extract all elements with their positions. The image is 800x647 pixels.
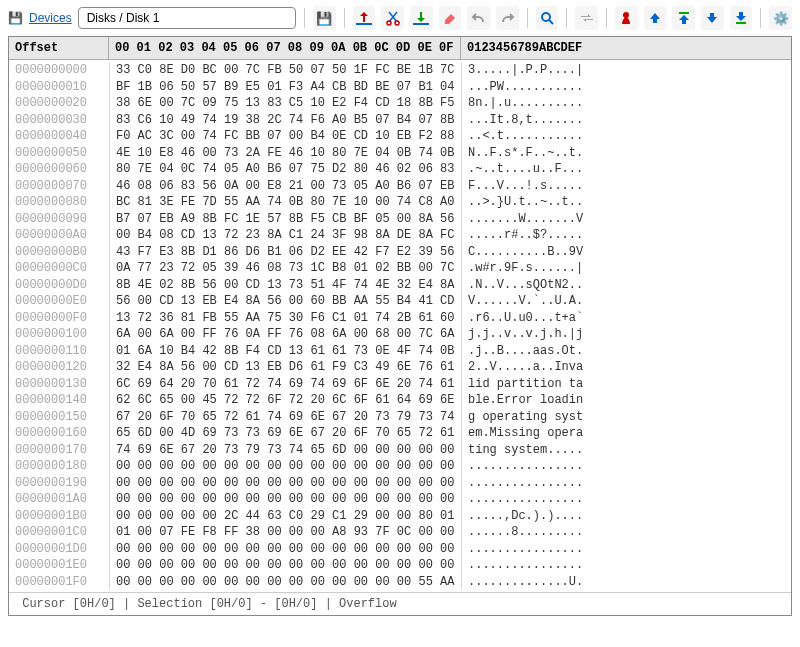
bytes-cell[interactable]: 80 7E 04 0C 74 05 A0 B6 07 75 D2 80 46 0… xyxy=(109,161,461,178)
hex-row[interactable]: 0000000080BC 81 3E FE 7D 55 AA 74 0B 80 … xyxy=(9,194,791,211)
ascii-cell[interactable]: 3.....|.P.P....| xyxy=(461,62,621,79)
ascii-cell[interactable]: .N..V...sQOtN2.. xyxy=(461,277,621,294)
ascii-cell[interactable]: N..F.s*.F..~..t. xyxy=(461,145,621,162)
hex-body[interactable]: 000000000033 C0 8E D0 BC 00 7C FB 50 07 … xyxy=(9,60,791,592)
bytes-cell[interactable]: 8B 4E 02 8B 56 00 CD 13 73 51 4F 74 4E 3… xyxy=(109,277,461,294)
ascii-cell[interactable]: 2..V.....a..Inva xyxy=(461,359,621,376)
ascii-cell[interactable]: ble.Error loadin xyxy=(461,392,621,409)
hex-row[interactable]: 00000001006A 00 6A 00 FF 76 0A FF 76 08 … xyxy=(9,326,791,343)
ascii-cell[interactable]: .......W.......V xyxy=(461,211,621,228)
bytes-cell[interactable]: 01 00 07 FE F8 FF 38 00 00 00 A8 93 7F 0… xyxy=(109,524,461,541)
ascii-cell[interactable]: ................ xyxy=(461,458,621,475)
ascii-cell[interactable]: C..........B..9V xyxy=(461,244,621,261)
hex-row[interactable]: 000000019000 00 00 00 00 00 00 00 00 00 … xyxy=(9,475,791,492)
hex-row[interactable]: 00000000A000 B4 08 CD 13 72 23 8A C1 24 … xyxy=(9,227,791,244)
hex-row[interactable]: 00000001E000 00 00 00 00 00 00 00 00 00 … xyxy=(9,557,791,574)
import-button[interactable] xyxy=(353,6,376,30)
bytes-cell[interactable]: BC 81 3E FE 7D 55 AA 74 0B 80 7E 10 00 7… xyxy=(109,194,461,211)
bytes-cell[interactable]: 00 B4 08 CD 13 72 23 8A C1 24 3F 98 8A D… xyxy=(109,227,461,244)
ascii-cell[interactable]: .....,Dc.).).... xyxy=(461,508,621,525)
hex-row[interactable]: 000000015067 20 6F 70 65 72 61 74 69 6E … xyxy=(9,409,791,426)
ascii-cell[interactable]: ................ xyxy=(461,557,621,574)
bytes-cell[interactable]: 00 00 00 00 00 00 00 00 00 00 00 00 00 0… xyxy=(109,475,461,492)
up-button[interactable] xyxy=(644,6,667,30)
bytes-cell[interactable]: 56 00 CD 13 EB E4 8A 56 00 60 BB AA 55 B… xyxy=(109,293,461,310)
bytes-cell[interactable]: 4E 10 E8 46 00 73 2A FE 46 10 80 7E 04 0… xyxy=(109,145,461,162)
export-button[interactable] xyxy=(410,6,433,30)
bytes-cell[interactable]: B7 07 EB A9 8B FC 1E 57 8B F5 CB BF 05 0… xyxy=(109,211,461,228)
redo-button[interactable] xyxy=(496,6,519,30)
bytes-cell[interactable]: 13 72 36 81 FB 55 AA 75 30 F6 C1 01 74 2… xyxy=(109,310,461,327)
ascii-cell[interactable]: ..............U. xyxy=(461,574,621,591)
bytes-cell[interactable]: 67 20 6F 70 65 72 61 74 69 6E 67 20 73 7… xyxy=(109,409,461,426)
hex-row[interactable]: 000000014062 6C 65 00 45 72 72 6F 72 20 … xyxy=(9,392,791,409)
ascii-cell[interactable]: ...PW........... xyxy=(461,79,621,96)
hex-row[interactable]: 000000011001 6A 10 B4 42 8B F4 CD 13 61 … xyxy=(9,343,791,360)
ascii-cell[interactable]: ...It.8,t....... xyxy=(461,112,621,129)
settings-button[interactable]: ⚙️ xyxy=(769,6,792,30)
save-button[interactable]: 💾 xyxy=(313,6,336,30)
hex-row[interactable]: 00000001F000 00 00 00 00 00 00 00 00 00 … xyxy=(9,574,791,591)
ascii-cell[interactable]: .w#r.9F.s......| xyxy=(461,260,621,277)
bytes-cell[interactable]: 46 08 06 83 56 0A 00 E8 21 00 73 05 A0 B… xyxy=(109,178,461,195)
hex-row[interactable]: 00000001D000 00 00 00 00 00 00 00 00 00 … xyxy=(9,541,791,558)
erase-button[interactable] xyxy=(439,6,462,30)
devices-link[interactable]: Devices xyxy=(29,11,72,25)
ascii-cell[interactable]: ................ xyxy=(461,491,621,508)
pagedown-button[interactable] xyxy=(730,6,753,30)
ascii-cell[interactable]: V......V.`..U.A. xyxy=(461,293,621,310)
bytes-cell[interactable]: 43 F7 E3 8B D1 86 D6 B1 06 D2 EE 42 F7 E… xyxy=(109,244,461,261)
ascii-cell[interactable]: .....r#..$?..... xyxy=(461,227,621,244)
ascii-cell[interactable]: j.j..v..v.j.h.|j xyxy=(461,326,621,343)
hex-row[interactable]: 00000001C001 00 07 FE F8 FF 38 00 00 00 … xyxy=(9,524,791,541)
ascii-cell[interactable]: ................ xyxy=(461,541,621,558)
bytes-cell[interactable]: 00 00 00 00 00 00 00 00 00 00 00 00 00 0… xyxy=(109,491,461,508)
hex-row[interactable]: 00000001306C 69 64 20 70 61 72 74 69 74 … xyxy=(9,376,791,393)
hex-row[interactable]: 000000012032 E4 8A 56 00 CD 13 EB D6 61 … xyxy=(9,359,791,376)
ascii-cell[interactable]: F...V...!.s..... xyxy=(461,178,621,195)
bytes-cell[interactable]: F0 AC 3C 00 74 FC BB 07 00 B4 0E CD 10 E… xyxy=(109,128,461,145)
down-button[interactable] xyxy=(701,6,724,30)
hex-row[interactable]: 00000000F013 72 36 81 FB 55 AA 75 30 F6 … xyxy=(9,310,791,327)
hex-row[interactable]: 000000007046 08 06 83 56 0A 00 E8 21 00 … xyxy=(9,178,791,195)
ascii-cell[interactable]: .j..B....aas.Ot. xyxy=(461,343,621,360)
bytes-cell[interactable]: 00 00 00 00 00 00 00 00 00 00 00 00 00 0… xyxy=(109,574,461,591)
bytes-cell[interactable]: 00 00 00 00 00 00 00 00 00 00 00 00 00 0… xyxy=(109,541,461,558)
ascii-cell[interactable]: em.Missing opera xyxy=(461,425,621,442)
ascii-cell[interactable]: lid partition ta xyxy=(461,376,621,393)
bookmark-button[interactable] xyxy=(615,6,638,30)
hex-row[interactable]: 0000000090B7 07 EB A9 8B FC 1E 57 8B F5 … xyxy=(9,211,791,228)
path-input[interactable] xyxy=(78,7,296,29)
bytes-cell[interactable]: 00 00 00 00 00 2C 44 63 C0 29 C1 29 00 0… xyxy=(109,508,461,525)
hex-row[interactable]: 0000000040F0 AC 3C 00 74 FC BB 07 00 B4 … xyxy=(9,128,791,145)
ascii-cell[interactable]: 8n.|.u.......... xyxy=(461,95,621,112)
hex-row[interactable]: 00000001A000 00 00 00 00 00 00 00 00 00 … xyxy=(9,491,791,508)
bytes-cell[interactable]: 0A 77 23 72 05 39 46 08 73 1C B8 01 02 B… xyxy=(109,260,461,277)
bytes-cell[interactable]: 62 6C 65 00 45 72 72 6F 72 20 6C 6F 61 6… xyxy=(109,392,461,409)
ascii-cell[interactable]: .~..t....u..F... xyxy=(461,161,621,178)
bytes-cell[interactable]: 6A 00 6A 00 FF 76 0A FF 76 08 6A 00 68 0… xyxy=(109,326,461,343)
ascii-cell[interactable]: .r6..U.u0...t+a` xyxy=(461,310,621,327)
ascii-cell[interactable]: ..<.t........... xyxy=(461,128,621,145)
search-button[interactable] xyxy=(536,6,559,30)
bytes-cell[interactable]: 6C 69 64 20 70 61 72 74 69 74 69 6F 6E 2… xyxy=(109,376,461,393)
undo-button[interactable] xyxy=(467,6,490,30)
bytes-cell[interactable]: 65 6D 00 4D 69 73 73 69 6E 67 20 6F 70 6… xyxy=(109,425,461,442)
hex-row[interactable]: 00000000D08B 4E 02 8B 56 00 CD 13 73 51 … xyxy=(9,277,791,294)
hex-row[interactable]: 00000000E056 00 CD 13 EB E4 8A 56 00 60 … xyxy=(9,293,791,310)
ascii-cell[interactable]: g operating syst xyxy=(461,409,621,426)
hex-row[interactable]: 00000000B043 F7 E3 8B D1 86 D6 B1 06 D2 … xyxy=(9,244,791,261)
bytes-cell[interactable]: 33 C0 8E D0 BC 00 7C FB 50 07 50 1F FC B… xyxy=(109,62,461,79)
hex-row[interactable]: 0000000010BF 1B 06 50 57 B9 E5 01 F3 A4 … xyxy=(9,79,791,96)
hex-row[interactable]: 000000002038 6E 00 7C 09 75 13 83 C5 10 … xyxy=(9,95,791,112)
hex-row[interactable]: 000000018000 00 00 00 00 00 00 00 00 00 … xyxy=(9,458,791,475)
bytes-cell[interactable]: 00 00 00 00 00 00 00 00 00 00 00 00 00 0… xyxy=(109,458,461,475)
hex-row[interactable]: 000000017074 69 6E 67 20 73 79 73 74 65 … xyxy=(9,442,791,459)
hex-row[interactable]: 000000003083 C6 10 49 74 19 38 2C 74 F6 … xyxy=(9,112,791,129)
bytes-cell[interactable]: 01 6A 10 B4 42 8B F4 CD 13 61 61 73 0E 4… xyxy=(109,343,461,360)
hex-row[interactable]: 000000006080 7E 04 0C 74 05 A0 B6 07 75 … xyxy=(9,161,791,178)
bytes-cell[interactable]: 83 C6 10 49 74 19 38 2C 74 F6 A0 B5 07 B… xyxy=(109,112,461,129)
hex-row[interactable]: 00000000504E 10 E8 46 00 73 2A FE 46 10 … xyxy=(9,145,791,162)
hex-row[interactable]: 00000000C00A 77 23 72 05 39 46 08 73 1C … xyxy=(9,260,791,277)
pageup-button[interactable] xyxy=(672,6,695,30)
